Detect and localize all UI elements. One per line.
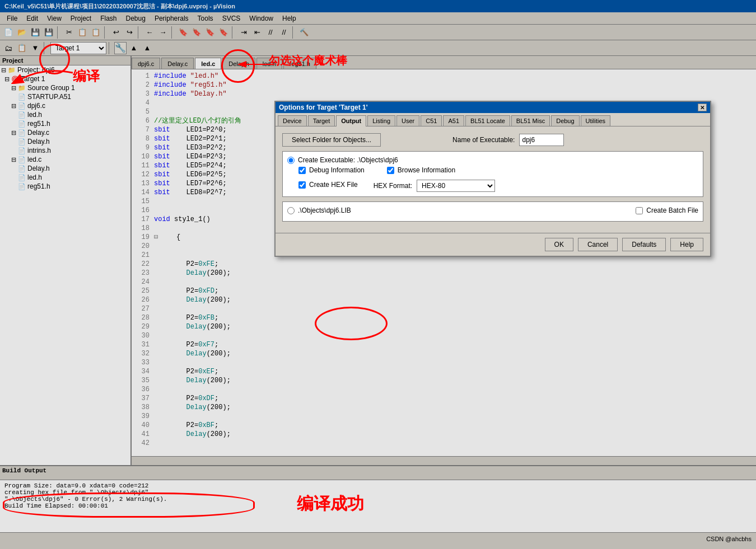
browse-info-check[interactable] — [387, 167, 394, 174]
debug-info-check[interactable] — [298, 167, 306, 174]
create-exe-label: Create Executable: .\Objects\dpj6 — [298, 156, 398, 164]
dialog-tab-listing[interactable]: Listing — [367, 115, 395, 126]
create-batch-check[interactable] — [636, 207, 643, 214]
create-hex-check[interactable] — [298, 181, 306, 189]
debug-info-label: Debug Information — [309, 166, 365, 174]
lib-radio[interactable] — [287, 207, 295, 214]
create-hex-row: Create HEX File — [298, 181, 358, 189]
dialog-title-bar: Options for Target 'Target 1' ✕ — [276, 102, 710, 113]
dialog-tab-target[interactable]: Target — [308, 115, 335, 126]
create-batch-label: Create Batch File — [646, 207, 698, 214]
dialog-tab-output[interactable]: Output — [336, 115, 366, 126]
dialog-tab-utilities[interactable]: Utilities — [581, 115, 610, 126]
dialog-title-text: Options for Target 'Target 1' — [279, 104, 368, 111]
debug-info-row: Debug Information — [298, 166, 365, 174]
lib-radio-row: .\Objects\dpj6.LIB Create Batch File — [287, 207, 698, 214]
create-exe-radio[interactable] — [287, 157, 295, 164]
browse-info-label: Browse Information — [398, 166, 455, 174]
dialog-tab-c51[interactable]: C51 — [421, 115, 442, 126]
options-dialog: Options for Target 'Target 1' ✕ DeviceTa… — [274, 101, 711, 257]
dialog-section-lib: .\Objects\dpj6.LIB Create Batch File — [282, 201, 703, 222]
exec-name-label: Name of Executable: — [452, 136, 515, 144]
dialog-row-folder: Select Folder for Objects... Name of Exe… — [282, 133, 703, 147]
dialog-tabs: DeviceTargetOutputListingUserC51A51BL51 … — [276, 113, 710, 126]
exec-name-input[interactable] — [519, 134, 564, 146]
dialog-section-exe: Create Executable: .\Objects\dpj6 Debug … — [282, 151, 703, 197]
dialog-cancel-btn[interactable]: Cancel — [578, 238, 618, 251]
dialog-tab-user[interactable]: User — [396, 115, 419, 126]
dialog-tab-debug[interactable]: Debug — [551, 115, 579, 126]
dialog-ok-btn[interactable]: OK — [545, 238, 573, 251]
dialog-footer: OKCancelDefaultsHelp — [276, 233, 710, 256]
hex-format-label: HEX Format: — [374, 182, 412, 190]
lib-path-label: .\Objects\dpj6.LIB — [298, 207, 351, 214]
create-exe-radio-row: Create Executable: .\Objects\dpj6 — [287, 156, 698, 164]
dialog-defaults-btn[interactable]: Defaults — [622, 238, 666, 251]
dialog-tab-bl51_locate[interactable]: BL51 Locate — [465, 115, 510, 126]
browse-info-row: Browse Information — [387, 166, 455, 174]
dialog-overlay: Options for Target 'Target 1' ✕ DeviceTa… — [0, 0, 756, 549]
create-hex-label: Create HEX File — [309, 181, 358, 189]
hex-format-select[interactable]: HEX-80 HEX-386 — [417, 180, 495, 192]
dialog-tab-bl51_misc[interactable]: BL51 Misc — [511, 115, 550, 126]
dialog-help-btn[interactable]: Help — [670, 238, 703, 251]
dialog-tab-a51[interactable]: A51 — [443, 115, 464, 126]
dialog-tab-device[interactable]: Device — [278, 115, 307, 126]
select-folder-btn[interactable]: Select Folder for Objects... — [282, 133, 381, 147]
dialog-close-btn[interactable]: ✕ — [698, 104, 707, 111]
dialog-body: Select Folder for Objects... Name of Exe… — [276, 126, 710, 233]
